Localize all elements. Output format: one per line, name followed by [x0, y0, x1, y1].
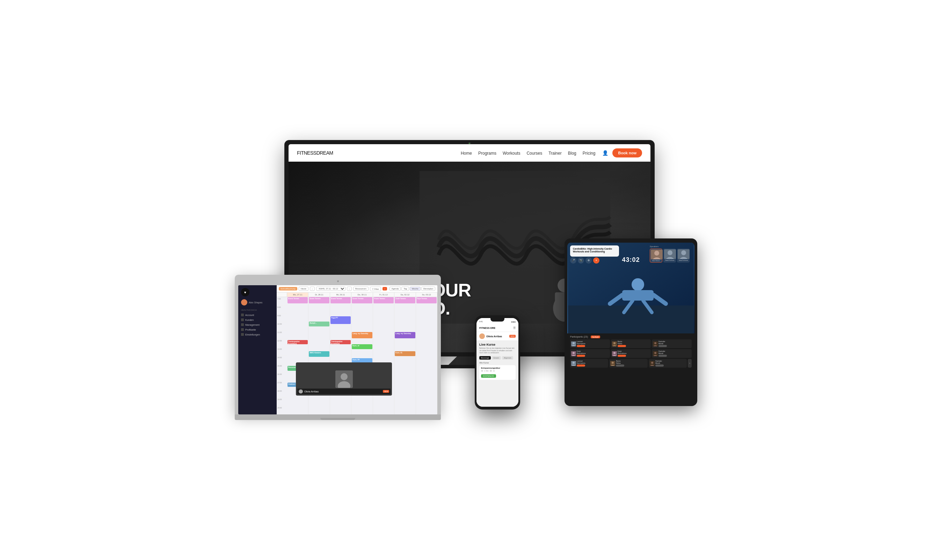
time-label-1400: 14:00: [277, 356, 287, 364]
cal-event-2-1[interactable]: Yoga PT: [330, 316, 351, 324]
day-col-3[interactable]: Event TerminLang. my SaturdayKurs. ofKur…: [352, 297, 373, 414]
tab-einzein[interactable]: Einzein: [492, 356, 501, 360]
cal-event-6-0[interactable]: Faye Termin: [416, 297, 437, 303]
day-col-2[interactable]: Event TerminYoga PTTrainingsplan Erstell…: [330, 297, 352, 414]
cal-event-3-2[interactable]: Kurs. of: [352, 344, 372, 349]
cal-event-0-1[interactable]: Trainingsplan Erstellung: [287, 340, 308, 344]
cal-event-3-1[interactable]: Lang. my Saturday: [352, 332, 372, 338]
account-icon: [241, 314, 244, 316]
settings-ctrl-button[interactable]: ⚙: [586, 257, 592, 264]
nav-workouts[interactable]: Workouts: [503, 150, 520, 156]
today-button[interactable]: Heute: [299, 287, 308, 291]
svg-point-45: [572, 362, 575, 364]
day-col-0[interactable]: Event TerminTrainingsplan ErstellungPers…: [287, 297, 308, 414]
nav-home-link[interactable]: Home: [461, 151, 472, 156]
nav-trainer-link[interactable]: Trainer: [549, 151, 562, 156]
tab-allgemein[interactable]: Allgemein: [502, 356, 513, 360]
day-header-4: Fr, 01.12: [373, 292, 395, 297]
time-label-1000: 10:00: [277, 322, 287, 331]
day-header-0: Mo, 27.11: [287, 292, 308, 297]
sidebar-item-account[interactable]: Account: [241, 312, 274, 317]
tab-bevorzugt[interactable]: Bevorzugt: [479, 356, 491, 360]
nav-programs[interactable]: Programs: [478, 150, 496, 156]
sidebar-item-einstellungen[interactable]: Einstellungen: [241, 332, 274, 337]
nav-pricing-link[interactable]: Pricing: [583, 151, 596, 156]
more-participants-button[interactable]: ›: [688, 359, 692, 368]
filter-button[interactable]: ▽ Filter: [370, 287, 381, 291]
scheduler-toolbar: Schnellbuchung Heute ‹ KW45, 27.11 - 03.…: [277, 285, 437, 292]
participant-status-4: [618, 355, 626, 357]
week-selector[interactable]: KW45, 27.11 - 03.12: [316, 287, 345, 291]
enroll-button[interactable]: KOSTENLOS: [481, 374, 496, 378]
nav-next-button[interactable]: ›: [347, 287, 352, 291]
time-label-2000: 20:00: [277, 406, 287, 414]
participant-harinder-3: HarinderMondi: [649, 359, 687, 368]
day-button[interactable]: Tag: [401, 287, 409, 291]
nav-home[interactable]: Home: [461, 150, 472, 156]
tablet-video-bg: CardioBlitz: High-Intensity Cardio Worko…: [567, 243, 694, 334]
cal-event-5-0[interactable]: Zsolt Termin: [395, 297, 415, 303]
cal-event-4-0[interactable]: Frank Termin: [373, 297, 394, 303]
time-label-800: 8:00: [277, 306, 287, 314]
week-button[interactable]: Woche: [410, 287, 421, 291]
cal-event-1-0[interactable]: Event Termin: [309, 297, 329, 303]
book-now-button[interactable]: Book now: [612, 148, 642, 157]
sidebar-item-kunden[interactable]: Kunden: [241, 317, 274, 322]
cal-event-2-2[interactable]: Trainingsplan Erstellung: [330, 340, 351, 344]
course-duration: 1 Std.: [484, 370, 489, 372]
tablet-bottom-panel: Participants (23) Spotlight LennartNjorn…: [567, 334, 694, 402]
time-label-1900: 19:00: [277, 398, 287, 406]
nav-blog[interactable]: Blog: [568, 150, 577, 156]
cal-event-5-1[interactable]: Lang. my Saturday: [395, 332, 415, 338]
kunden-label: Kunden: [245, 319, 254, 321]
nav-courses-link[interactable]: Courses: [526, 151, 542, 156]
nav-workouts-link[interactable]: Workouts: [503, 151, 520, 156]
camera-button[interactable]: 📷: [578, 257, 584, 264]
einstellungen-label: Einstellungen: [245, 334, 260, 336]
website-nav: FITNESSDREAM Home Programs Workouts Cour…: [288, 144, 651, 162]
day-col-4[interactable]: Frank Termin: [373, 297, 395, 414]
scene: FITNESSDREAM Home Programs Workouts Cour…: [235, 140, 704, 420]
tablet-screen: CardioBlitz: High-Intensity Cardio Worko…: [567, 243, 694, 402]
add-button[interactable]: +: [382, 287, 387, 291]
chat-avatar: [479, 334, 485, 339]
cal-event-3-0[interactable]: Event Termin: [352, 297, 372, 303]
participant-bento-1: BentoNidoa: [611, 339, 651, 348]
participant-avatar-2: [653, 342, 658, 346]
day-col-6[interactable]: Faye Termin: [416, 297, 437, 414]
day-col-1[interactable]: Event TerminRumpf...BWS AbwärmOutdoor Ca…: [308, 297, 330, 414]
tablet-course-info: CardioBlitz: High-Intensity Cardio Worko…: [570, 245, 619, 257]
speaker-name-2: Tania Porfirova: [678, 259, 689, 261]
sidebar-avatar: [241, 299, 247, 306]
nav-programs-link[interactable]: Programs: [478, 151, 496, 156]
cal-event-1-2[interactable]: BWS Abwärm: [309, 351, 329, 357]
cal-event-1-1[interactable]: Rumpf...: [309, 322, 329, 326]
time-icon: [481, 370, 483, 372]
sidebar-item-management[interactable]: Management: [241, 322, 274, 327]
tablet-course-title: CardioBlitz: High-Intensity Cardio Worko…: [573, 248, 616, 254]
end-call-button[interactable]: ✕: [593, 257, 600, 264]
phone-header: FITNESS DRE ☰: [476, 325, 518, 332]
dienstplan-button[interactable]: Dienstplan: [421, 287, 435, 291]
nav-trainer[interactable]: Trainer: [549, 150, 562, 156]
cal-event-0-0[interactable]: Event Termin: [287, 297, 308, 303]
agenda-button[interactable]: Agenda: [390, 287, 401, 291]
menu-icon[interactable]: ☰: [513, 326, 516, 329]
course-title: Entspannungsübur: [481, 367, 514, 369]
phone-content: Live Kurse Nehmen Sie an den digitalen L…: [476, 341, 518, 407]
calendar-body: 7:008:009:0010:0011:0012:0013:0014:0015:…: [277, 297, 437, 414]
nav-pricing[interactable]: Pricing: [583, 150, 596, 156]
mic-button[interactable]: 🎤: [570, 257, 577, 264]
nav-prev-button[interactable]: ‹: [310, 287, 315, 291]
speaker-name-1: Tania Porfirova: [664, 259, 675, 261]
ressourcen-button[interactable]: Ressourcen: [353, 287, 369, 291]
nav-blog-link[interactable]: Blog: [568, 151, 577, 156]
cal-event-5-2[interactable]: Kurs. 01: [395, 351, 415, 356]
speakers-label: Speakers: [650, 245, 692, 248]
schnellbuchung-button[interactable]: Schnellbuchung: [279, 287, 297, 291]
day-col-5[interactable]: Zsolt TerminLang. my SaturdayKurs. 01: [395, 297, 416, 414]
user-icon[interactable]: 👤: [602, 150, 608, 156]
nav-courses[interactable]: Courses: [526, 150, 542, 156]
sidebar-item-profilseite[interactable]: Profilseite: [241, 327, 274, 332]
cal-event-2-0[interactable]: Event Termin: [330, 297, 351, 303]
